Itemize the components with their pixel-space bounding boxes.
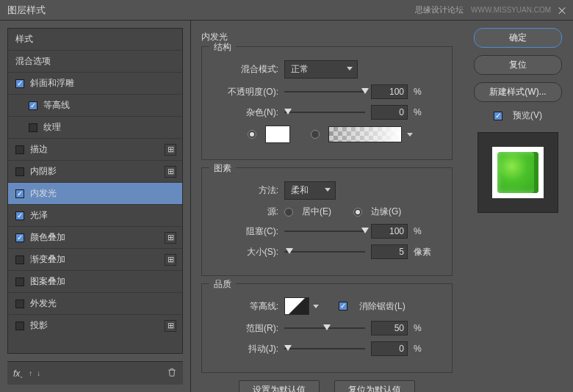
style-down-icon[interactable]: ↓ — [37, 369, 39, 377]
jitter-input[interactable]: 0 — [371, 341, 408, 356]
style-checkbox[interactable] — [15, 211, 24, 220]
style-checkbox[interactable] — [15, 167, 24, 176]
style-up-icon[interactable]: ↑ — [29, 369, 31, 377]
style-checkbox[interactable] — [15, 322, 24, 330]
opacity-unit: % — [414, 87, 436, 97]
preview-label: 预览(V) — [513, 109, 542, 122]
gradient-radio[interactable] — [311, 130, 320, 139]
range-unit: % — [414, 323, 436, 333]
style-checkbox[interactable] — [15, 79, 24, 88]
choke-input[interactable]: 100 — [371, 224, 408, 239]
quality-group: 品质 等高线: 消除锯齿(L) 范围(R): 50 % 抖动(J): 0 % — [201, 283, 453, 373]
range-slider[interactable] — [284, 323, 365, 333]
add-effect-icon[interactable]: ⊞ — [165, 232, 176, 244]
close-icon[interactable] — [558, 7, 566, 14]
style-checkbox[interactable] — [15, 300, 24, 308]
elements-legend: 图素 — [209, 162, 236, 175]
style-label: 光泽 — [30, 209, 48, 222]
effect-title: 内发光 — [201, 31, 453, 43]
elements-group: 图素 方法: 柔和 源: 居中(E) 边缘(G) 阻塞(C): 100 % 大小… — [201, 167, 453, 276]
watermark-text: 思缘设计论坛 — [415, 4, 464, 15]
style-row-1[interactable]: 等高线 — [8, 94, 182, 116]
size-slider[interactable] — [284, 247, 365, 257]
style-row-8[interactable]: 渐变叠加⊞ — [8, 248, 182, 270]
source-edge-radio[interactable] — [353, 208, 362, 217]
blend-options-label: 混合选项 — [15, 55, 51, 68]
choke-slider[interactable] — [284, 226, 365, 236]
blend-options-row[interactable]: 混合选项 — [8, 50, 182, 72]
styles-footer: fx˯ ↑ ↓ — [7, 361, 183, 385]
noise-label: 杂色(N): — [212, 106, 278, 119]
style-label: 等高线 — [43, 99, 70, 112]
style-checkbox[interactable] — [15, 189, 24, 198]
choke-label: 阻塞(C): — [212, 225, 278, 238]
watermark: 思缘设计论坛 WWW.MISSYUAN.COM — [415, 4, 566, 15]
color-radio[interactable] — [248, 130, 256, 139]
preview-swatch — [497, 152, 538, 193]
contour-picker[interactable] — [284, 297, 309, 315]
structure-legend: 结构 — [209, 41, 236, 54]
style-label: 纹理 — [43, 121, 61, 134]
choke-unit: % — [414, 226, 436, 236]
jitter-unit: % — [414, 344, 436, 354]
technique-dropdown[interactable]: 柔和 — [284, 181, 336, 200]
opacity-input[interactable]: 100 — [371, 84, 408, 99]
style-row-9[interactable]: 图案叠加 — [8, 270, 182, 292]
source-label: 源: — [212, 206, 278, 218]
antialias-checkbox[interactable] — [339, 302, 347, 311]
trash-icon[interactable] — [167, 367, 177, 380]
noise-input[interactable]: 0 — [371, 105, 408, 120]
size-unit: 像素 — [414, 246, 436, 258]
ok-button[interactable]: 确定 — [474, 28, 562, 48]
style-row-6[interactable]: 光泽 — [8, 204, 182, 226]
gradient-swatch[interactable] — [328, 126, 402, 142]
style-row-7[interactable]: 颜色叠加⊞ — [8, 226, 182, 248]
style-checkbox[interactable] — [15, 255, 24, 264]
jitter-label: 抖动(J): — [212, 343, 278, 355]
source-center-label: 居中(E) — [302, 206, 331, 218]
new-style-button[interactable]: 新建样式(W)... — [474, 82, 562, 102]
size-input[interactable]: 5 — [371, 244, 408, 259]
style-row-10[interactable]: 外发光 — [8, 292, 182, 314]
reset-default-button[interactable]: 复位为默认值 — [334, 380, 415, 392]
style-checkbox[interactable] — [29, 123, 37, 132]
style-checkbox[interactable] — [15, 277, 24, 286]
style-row-11[interactable]: 投影⊞ — [8, 314, 182, 336]
opacity-slider[interactable] — [284, 87, 365, 97]
style-label: 内发光 — [30, 187, 57, 200]
style-checkbox[interactable] — [29, 101, 37, 110]
add-effect-icon[interactable]: ⊞ — [165, 166, 176, 178]
source-center-radio[interactable] — [284, 208, 293, 217]
noise-slider[interactable] — [284, 107, 365, 117]
preview-checkbox[interactable] — [494, 112, 502, 120]
range-input[interactable]: 50 — [371, 321, 408, 335]
add-effect-icon[interactable]: ⊞ — [165, 320, 176, 332]
preview-toggle-row: 预览(V) — [494, 109, 542, 122]
cancel-button[interactable]: 复位 — [474, 55, 562, 75]
style-label: 投影 — [30, 319, 48, 332]
main-area: 样式 混合选项 斜面和浮雕等高线纹理描边⊞内阴影⊞内发光光泽颜色叠加⊞渐变叠加⊞… — [0, 21, 573, 392]
style-row-5[interactable]: 内发光 — [8, 182, 182, 204]
opacity-label: 不透明度(O): — [212, 86, 278, 98]
blend-mode-dropdown[interactable]: 正常 — [284, 60, 358, 79]
add-effect-icon[interactable]: ⊞ — [165, 254, 176, 266]
style-row-3[interactable]: 描边⊞ — [8, 138, 182, 160]
blend-mode-label: 混合模式: — [212, 63, 278, 76]
style-label: 外发光 — [30, 297, 57, 310]
noise-unit: % — [414, 107, 436, 117]
style-label: 斜面和浮雕 — [30, 77, 74, 90]
make-default-button[interactable]: 设置为默认值 — [239, 380, 320, 392]
jitter-slider[interactable] — [284, 344, 365, 354]
style-row-4[interactable]: 内阴影⊞ — [8, 160, 182, 182]
color-swatch[interactable] — [265, 126, 290, 143]
style-checkbox[interactable] — [15, 145, 24, 154]
style-checkbox[interactable] — [15, 233, 24, 242]
style-label: 图案叠加 — [30, 275, 65, 288]
contour-label: 等高线: — [212, 300, 278, 313]
style-row-0[interactable]: 斜面和浮雕 — [8, 72, 182, 94]
styles-header: 样式 — [8, 29, 182, 50]
add-effect-icon[interactable]: ⊞ — [165, 144, 176, 156]
style-row-2[interactable]: 纹理 — [8, 116, 182, 138]
structure-group: 结构 混合模式: 正常 不透明度(O): 100 % 杂色(N): 0 % — [201, 46, 453, 160]
fx-icon[interactable]: fx˯ — [13, 369, 23, 379]
